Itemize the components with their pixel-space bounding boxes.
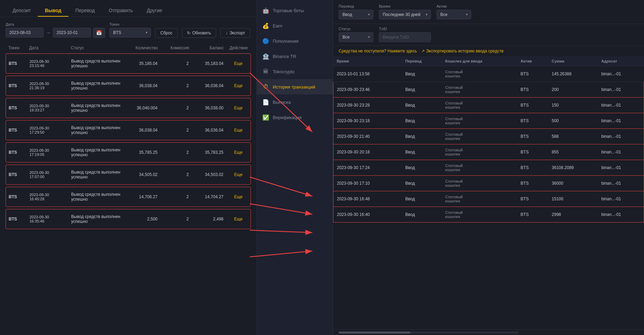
row-commission: 2 [160, 128, 192, 133]
right-row-wallet: Спотовыйкошелек [442, 98, 517, 113]
right-filters-row1: Перевод Ввод Вывод Время Последние 30 дн… [333, 0, 644, 24]
row-action[interactable]: Еще [226, 150, 251, 155]
right-row-address: binan...-01 [598, 129, 644, 144]
right-row-wallet: Спотовыйкошелек [442, 160, 517, 176]
right-table-row-highlighted: 2023-09-30 16:40 Ввод Спотовыйкошелек BT… [333, 207, 644, 223]
right-transfer-select[interactable]: Ввод Вывод [339, 10, 373, 19]
right-txid-input[interactable] [379, 32, 431, 42]
row-action[interactable]: Еще [226, 83, 251, 88]
right-row-address: binan...-01 [598, 82, 644, 98]
right-row-transfer: Ввод [402, 82, 442, 98]
row-action[interactable]: Еще [226, 106, 251, 110]
token-label: Токен [109, 22, 151, 26]
date-arrow-icon: → [46, 30, 51, 35]
export-history-icon: ↗ [421, 49, 425, 53]
right-row-asset: BTS [517, 82, 548, 98]
row-amount: 35,185.04 [126, 61, 160, 66]
right-row-transfer: Ввод [402, 207, 442, 223]
binance-tr-icon: 🏦 [262, 53, 269, 60]
scrollbar-thumb[interactable] [339, 332, 410, 334]
col-token: Токен [6, 45, 26, 50]
row-date: 2023-09-3017:19:05 [27, 148, 68, 157]
right-row-amount: 15100 [548, 191, 598, 207]
right-row-amount: 200 [548, 82, 598, 98]
right-row-wallet: Спотовыйкошелек [442, 113, 517, 129]
transaction-table: Токен Дата Статус Количество Комиссия Ба… [0, 43, 256, 335]
sidebar-item-deposits-label: Пополнения [273, 39, 298, 44]
col-sum: Сумма [548, 56, 598, 66]
right-asset-label: Актив [437, 4, 471, 8]
row-token: BTS [6, 61, 27, 66]
right-row-time: 2023-09-30 23:28 [333, 98, 402, 113]
right-status-select[interactable]: Все [339, 32, 373, 42]
tab-other[interactable]: Другие [140, 4, 169, 17]
col-action: Действие [227, 45, 251, 50]
verification-icon: ✅ [262, 114, 269, 121]
right-table-row-highlighted: 2023-09-30 23:28 Ввод Спотовыйкошелек BT… [333, 98, 644, 113]
right-row-wallet: Спотовыйкошелек [442, 191, 517, 207]
sidebar-item-bots[interactable]: 🤖 Торговые боты [257, 3, 333, 18]
sidebar-item-tokocrypto-label: Tokocrypto [273, 69, 295, 74]
right-row-amount: 855 [548, 144, 598, 160]
date-from-input[interactable] [6, 28, 44, 37]
bots-icon: 🤖 [262, 7, 269, 14]
sidebar-item-verification[interactable]: ✅ Верификация [257, 110, 333, 125]
middle-sidebar: 🤖 Торговые боты 💰 Earn 🔵 Пополнения 🏦 Bi… [257, 0, 333, 335]
calendar-button[interactable]: 📅 [93, 28, 105, 38]
sidebar-item-history[interactable]: ⏱ История транзакций [257, 79, 333, 94]
scrollbar-track[interactable] [339, 332, 518, 334]
refresh-button[interactable]: ↻ Обновить [182, 28, 216, 38]
earn-icon: 💰 [262, 22, 269, 29]
token-select[interactable]: BTS [109, 28, 151, 37]
right-row-amount: 500 [548, 113, 598, 129]
row-action[interactable]: Еще [226, 217, 251, 221]
right-time-select[interactable]: Последние 30 дней [379, 10, 431, 19]
row-action[interactable]: Еще [226, 172, 251, 177]
tab-deposit[interactable]: Депозит [6, 4, 38, 17]
date-range: → 📅 [6, 28, 105, 38]
right-row-amount: 145.26388 [548, 66, 598, 82]
right-row-address: binan...-01 [598, 207, 644, 223]
right-table-row-highlighted: 2023-09-30 23:46 Ввод Спотовыйкошелек BT… [333, 82, 644, 98]
export-button[interactable]: ↓ Экспорт [220, 28, 250, 38]
row-token: BTS [6, 128, 27, 133]
tab-send[interactable]: Отправить [102, 4, 139, 17]
tab-withdraw[interactable]: Вывод [38, 4, 68, 17]
right-asset-select[interactable]: Все [437, 10, 471, 19]
row-amount: 36,040.004 [126, 106, 160, 110]
date-to-input[interactable] [53, 28, 91, 37]
row-balance: 2,498 [192, 217, 226, 221]
sidebar-item-statement-label: Выписка [273, 100, 291, 105]
right-row-asset: BTS [517, 113, 548, 129]
right-filters-row2: Статус Все TxID [333, 24, 644, 46]
right-row-transfer: Ввод [402, 160, 442, 176]
funds-not-received-link[interactable]: Средства не поступили? Нажмите здесь [339, 49, 417, 53]
table-row: BTS 2023-09-3017:07:00 Вывод средств вып… [6, 165, 251, 185]
row-action[interactable]: Еще [226, 194, 251, 199]
right-table-header-row: Время Перевод Кошелек для ввода Актив Су… [333, 56, 644, 66]
reset-button[interactable]: Сброс [155, 28, 178, 38]
right-row-address: binan...-01 [598, 66, 644, 82]
sidebar-item-deposits[interactable]: 🔵 Пополнения [257, 33, 333, 49]
tab-transfer[interactable]: Перевод [68, 4, 102, 17]
row-commission: 2 [160, 172, 192, 177]
sidebar-item-binance-tr-label: Binance TR [273, 54, 296, 59]
right-row-asset: BTS [517, 160, 548, 176]
row-token: BTS [6, 172, 27, 177]
right-row-amount: 36108.2089 [548, 160, 598, 176]
row-date: 2023-09-3016:45:28 [27, 193, 68, 201]
sidebar-item-tokocrypto[interactable]: 🏛 Tokocrypto [257, 64, 333, 79]
refresh-icon: ↻ [187, 31, 190, 35]
col-commission: Комиссия [161, 45, 192, 50]
sidebar-item-binance-tr[interactable]: 🏦 Binance TR [257, 49, 333, 64]
info-bar: Средства не поступили? Нажмите здесь ↗ Э… [333, 46, 644, 56]
row-date: 2023-09-3017:07:00 [27, 170, 68, 179]
row-commission: 2 [160, 61, 192, 66]
row-action[interactable]: Еще [226, 128, 251, 133]
sidebar-item-earn[interactable]: 💰 Earn [257, 18, 333, 33]
sidebar-item-bots-label: Торговые боты [273, 8, 304, 13]
row-action[interactable]: Еще [226, 61, 251, 66]
export-history-link[interactable]: ↗ Экспортировать историю ввода средств [421, 49, 503, 53]
col-date: Дата [26, 45, 68, 50]
sidebar-item-statement[interactable]: 📄 Выписка [257, 94, 333, 110]
